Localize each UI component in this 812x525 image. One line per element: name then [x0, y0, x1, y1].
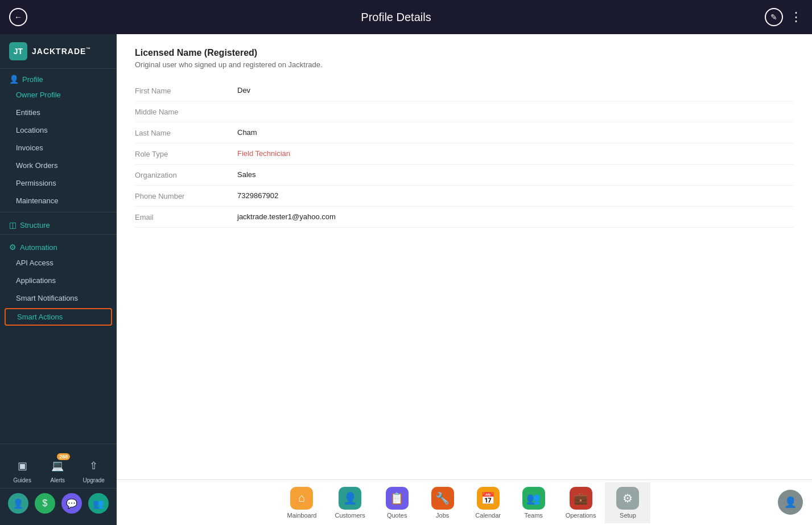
structure-section-icon: ◫: [9, 220, 17, 229]
field-row-organization: Organization Sales: [135, 165, 794, 186]
upgrade-button[interactable]: ⇧ Upgrade: [83, 456, 105, 483]
sidebar-item-owner-profile[interactable]: Owner Profile: [0, 86, 117, 104]
sidebar-item-api-access[interactable]: API Access: [0, 254, 117, 272]
mainboard-icon: ⌂: [290, 487, 313, 510]
nav-item-calendar[interactable]: 📅 Calendar: [465, 482, 511, 523]
top-header: ← Profile Details ✎ ⋮: [0, 0, 812, 34]
alerts-label: Alerts: [51, 477, 65, 483]
nav-item-quotes[interactable]: 📋 Quotes: [374, 482, 420, 523]
field-row-role-type: Role Type Field Technician: [135, 143, 794, 165]
nav-item-jobs[interactable]: 🔧 Jobs: [420, 482, 465, 523]
content-body: Licensed Name (Registered) Original user…: [117, 34, 812, 479]
sidebar-item-locations[interactable]: Locations: [0, 121, 117, 139]
field-value-organization: Sales: [237, 170, 256, 179]
field-row-email: Email jacktrade.tester1@yahoo.com: [135, 207, 794, 228]
sidebar-item-permissions[interactable]: Permissions: [0, 174, 117, 192]
field-row-last-name: Last Name Cham: [135, 122, 794, 143]
sidebar-divider-1: [0, 212, 117, 212]
operations-label: Operations: [566, 512, 596, 519]
field-label-role-type: Role Type: [135, 149, 237, 158]
sidebar-bottom-icons: ▣ Guides 268 💻 Alerts ⇧ Upgrade: [0, 451, 117, 488]
sidebar-item-maintenance[interactable]: Maintenance: [0, 192, 117, 210]
automation-section-icon: ⚙: [9, 243, 17, 252]
nav-item-mainboard[interactable]: ⌂ Mainboard: [278, 482, 326, 523]
field-value-last-name: Cham: [237, 128, 257, 137]
sidebar-item-work-orders[interactable]: Work Orders: [0, 157, 117, 174]
setup-icon: ⚙: [616, 487, 639, 510]
user-small-icon[interactable]: 👤: [8, 493, 28, 514]
profile-section-icon: 👤: [9, 75, 19, 84]
nav-item-teams[interactable]: 👥 Teams: [511, 482, 557, 523]
section-title: Licensed Name (Registered): [135, 48, 794, 58]
field-label-middle-name: Middle Name: [135, 107, 237, 116]
field-label-first-name: First Name: [135, 86, 237, 95]
section-subtitle: Original user who signed up and register…: [135, 60, 794, 69]
chat-small-icon[interactable]: 💬: [61, 493, 82, 514]
bottom-nav: ⌂ Mainboard 👤 Customers 📋 Quotes 🔧 Jobs …: [117, 479, 812, 525]
quotes-label: Quotes: [387, 512, 407, 519]
sidebar-item-smart-notifications[interactable]: Smart Notifications: [0, 289, 117, 307]
guides-label: Guides: [13, 477, 31, 483]
sidebar: JT JACKTRADE™ 👤 Profile Owner Profile En…: [0, 34, 117, 525]
user-avatar[interactable]: 👤: [778, 490, 803, 515]
back-button[interactable]: ←: [9, 8, 27, 26]
sidebar-item-invoices[interactable]: Invoices: [0, 139, 117, 157]
calendar-label: Calendar: [475, 512, 501, 519]
sidebar-bottom: ▣ Guides 268 💻 Alerts ⇧ Upgrade 👤: [0, 444, 117, 525]
main-layout: JT JACKTRADE™ 👤 Profile Owner Profile En…: [0, 34, 812, 525]
sidebar-item-applications[interactable]: Applications: [0, 272, 117, 289]
dollar-small-icon[interactable]: $: [35, 493, 55, 514]
group-small-icon[interactable]: 👥: [88, 493, 109, 514]
field-value-first-name: Dev: [237, 86, 250, 95]
sidebar-divider-2: [0, 234, 117, 235]
avatar-image: 👤: [778, 490, 803, 515]
field-label-phone-number: Phone Number: [135, 191, 237, 200]
sidebar-logo: JT JACKTRADE™: [0, 34, 117, 69]
alerts-badge: 268: [57, 453, 70, 460]
quotes-icon: 📋: [386, 487, 409, 510]
nav-item-setup[interactable]: ⚙ Setup: [605, 482, 650, 523]
setup-label: Setup: [620, 512, 636, 519]
upgrade-label: Upgrade: [83, 477, 105, 483]
field-value-phone-number: 7329867902: [237, 191, 278, 200]
sidebar-item-entities[interactable]: Entities: [0, 104, 117, 121]
teams-icon: 👥: [522, 487, 545, 510]
mainboard-label: Mainboard: [287, 512, 317, 519]
nav-item-operations[interactable]: 💼 Operations: [557, 482, 605, 523]
edit-icon: ✎: [770, 13, 777, 22]
calendar-icon: 📅: [477, 487, 500, 510]
alerts-button[interactable]: 268 💻 Alerts: [47, 456, 68, 483]
field-row-middle-name: Middle Name: [135, 101, 794, 122]
field-value-email: jacktrade.tester1@yahoo.com: [237, 212, 336, 221]
sidebar-item-smart-actions[interactable]: Smart Actions: [5, 308, 112, 326]
logo-text: JACKTRADE™: [32, 47, 91, 56]
more-button[interactable]: ⋮: [790, 10, 803, 24]
sidebar-section-structure[interactable]: ◫ Structure: [0, 215, 117, 232]
content-area: Licensed Name (Registered) Original user…: [117, 34, 812, 525]
field-row-phone-number: Phone Number 7329867902: [135, 186, 794, 207]
sidebar-section-automation[interactable]: ⚙ Automation: [0, 237, 117, 254]
field-row-first-name: First Name Dev: [135, 80, 794, 101]
nav-item-customers[interactable]: 👤 Customers: [325, 482, 374, 523]
logo-icon: JT: [9, 42, 27, 60]
guides-button[interactable]: ▣ Guides: [12, 456, 32, 483]
customers-label: Customers: [335, 512, 365, 519]
upgrade-icon: ⇧: [84, 456, 104, 476]
field-label-organization: Organization: [135, 170, 237, 179]
logo-tm: ™: [86, 47, 91, 52]
header-right: ✎ ⋮: [765, 8, 803, 26]
customers-icon: 👤: [339, 487, 361, 510]
back-icon: ←: [14, 13, 22, 22]
sidebar-small-icons: 👤 $ 💬 👥: [0, 488, 117, 518]
operations-icon: 💼: [570, 487, 592, 510]
field-value-role-type: Field Technician: [237, 149, 290, 158]
jobs-label: Jobs: [436, 512, 449, 519]
teams-label: Teams: [524, 512, 542, 519]
field-label-email: Email: [135, 212, 237, 222]
edit-button[interactable]: ✎: [765, 8, 783, 26]
header-left: ←: [9, 8, 27, 26]
jobs-icon: 🔧: [431, 487, 454, 510]
page-title: Profile Details: [361, 11, 431, 24]
more-icon: ⋮: [790, 10, 803, 24]
sidebar-section-profile[interactable]: 👤 Profile: [0, 69, 117, 86]
